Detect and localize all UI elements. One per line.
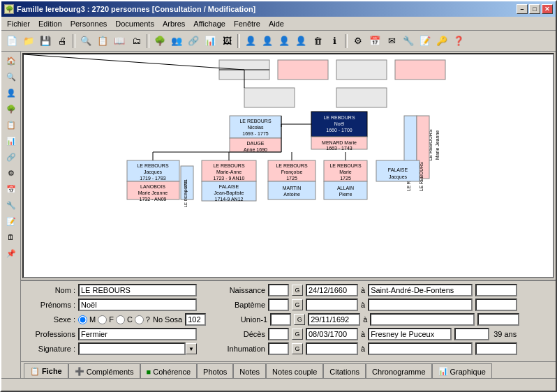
toolbar-extra3[interactable]: 🔑 xyxy=(434,33,450,49)
bapteme-g-btn[interactable]: G xyxy=(292,299,303,310)
sidebar-settings[interactable]: ⚙ xyxy=(3,165,19,181)
bapteme-a-label: à xyxy=(361,301,365,309)
menu-fenetre[interactable]: Fenêtre xyxy=(230,18,265,29)
toolbar-person4[interactable]: 👤 xyxy=(293,33,309,49)
app-icon: 🌳 xyxy=(4,4,14,14)
sidebar-home[interactable]: 🏠 xyxy=(3,53,19,68)
nom-input[interactable] xyxy=(78,284,197,296)
sexe-m-radio[interactable] xyxy=(78,315,87,324)
menu-fichier[interactable]: Fichier xyxy=(3,18,34,29)
signature-dropdown[interactable]: ▼ xyxy=(186,343,197,354)
sexe-q-radio[interactable] xyxy=(135,315,144,324)
professions-input[interactable] xyxy=(78,328,197,340)
deces-g-btn[interactable]: G xyxy=(292,329,303,340)
sidebar-tree[interactable]: 🌳 xyxy=(3,101,19,116)
inhumation-g-btn[interactable]: G xyxy=(292,343,303,354)
sexe-c-radio[interactable] xyxy=(116,315,125,324)
sidebar-chart[interactable]: 📊 xyxy=(3,133,19,149)
toolbar-save[interactable]: 💾 xyxy=(38,33,53,49)
naissance-lieu-input[interactable] xyxy=(368,284,473,296)
toolbar-help[interactable]: ❓ xyxy=(451,33,466,49)
svg-text:LANOBOIS: LANOBOIS xyxy=(140,184,165,189)
toolbar-new[interactable]: 📄 xyxy=(4,33,20,49)
maximize-button[interactable]: □ xyxy=(529,4,540,14)
minimize-button[interactable]: – xyxy=(517,4,528,14)
bapteme-lieu-input[interactable] xyxy=(368,299,473,311)
toolbar-link[interactable]: 🔗 xyxy=(186,33,201,49)
toolbar-files[interactable]: 🗂 xyxy=(128,33,144,49)
pedigree-container[interactable]: LE REBOURS Nicolas 1693 - 1775 DAUGE Ann… xyxy=(24,54,553,277)
toolbar: 📄 📁 💾 🖨 🔍 📋 📖 🗂 🌳 👥 🔗 📊 🖼 👤 👤 👤 👤 🗑 ℹ ⚙ … xyxy=(1,31,556,52)
prenoms-input[interactable] xyxy=(78,299,197,311)
tab-fiche[interactable]: 📋 Fiche xyxy=(24,363,68,378)
toolbar-image[interactable]: 🖼 xyxy=(219,33,235,49)
signature-input[interactable] xyxy=(78,342,186,355)
toolbar-email[interactable]: ✉ xyxy=(384,33,399,49)
menu-arbres[interactable]: Arbres xyxy=(158,18,189,29)
toolbar-person2[interactable]: 👤 xyxy=(260,33,275,49)
tab-coherence[interactable]: ■ Cohérence xyxy=(140,363,197,378)
sidebar-tools[interactable]: 🔧 xyxy=(3,197,19,213)
menu-affichage[interactable]: Affichage xyxy=(189,18,230,29)
sexe-f-radio[interactable] xyxy=(98,315,107,324)
tab-notes[interactable]: Notes xyxy=(233,363,266,378)
inhumation-date-input[interactable] xyxy=(306,342,358,355)
menu-edition[interactable]: Edition xyxy=(34,18,66,29)
svg-rect-65 xyxy=(324,181,367,199)
deces-lieu-input[interactable] xyxy=(368,328,452,340)
toolbar-book[interactable]: 📖 xyxy=(112,33,127,49)
sidebar-notes[interactable]: 📝 xyxy=(3,213,19,229)
tab-notes-couple[interactable]: Notes couple xyxy=(266,363,323,378)
tab-photos[interactable]: Photos xyxy=(197,363,233,378)
menu-aide[interactable]: Aide xyxy=(265,18,288,29)
svg-text:Antoine: Antoine xyxy=(283,192,300,197)
tab-chronogramme[interactable]: Chronogramme xyxy=(366,363,431,378)
toolbar-delete[interactable]: 🗑 xyxy=(310,33,325,49)
inhumation-lieu-input[interactable] xyxy=(368,342,473,355)
nososa-input[interactable] xyxy=(185,313,206,326)
bapteme-extra-input[interactable] xyxy=(475,299,517,311)
sidebar-search[interactable]: 🔍 xyxy=(3,69,19,84)
tab-citations[interactable]: Citations xyxy=(323,363,366,378)
signature-label: Signature : xyxy=(27,345,75,353)
sidebar-link[interactable]: 🔗 xyxy=(3,149,19,165)
toolbar-cal[interactable]: 📅 xyxy=(367,33,383,49)
toolbar-people[interactable]: 👥 xyxy=(169,33,184,49)
menu-bar: Fichier Edition Personnes Documents Arbr… xyxy=(1,17,556,31)
toolbar-chart[interactable]: 📊 xyxy=(202,33,218,49)
sidebar-date[interactable]: 🗓 xyxy=(3,229,19,245)
toolbar-person3[interactable]: 👤 xyxy=(276,33,292,49)
close-button[interactable]: ✕ xyxy=(542,4,553,14)
toolbar-print[interactable]: 🖨 xyxy=(54,33,70,49)
naissance-date-input[interactable] xyxy=(306,284,358,296)
toolbar-info[interactable]: ℹ xyxy=(327,33,342,49)
sidebar-person[interactable]: 👤 xyxy=(3,85,19,100)
toolbar-extra2[interactable]: 📝 xyxy=(417,33,433,49)
union1-g-btn[interactable]: G xyxy=(294,314,305,325)
naissance-extra-input[interactable] xyxy=(475,284,517,296)
inhumation-extra-input[interactable] xyxy=(475,342,517,355)
tab-graphique-label: Graphique xyxy=(450,368,486,376)
tab-graphique[interactable]: 📊 Graphique xyxy=(432,363,492,378)
sidebar-calendar[interactable]: 📅 xyxy=(3,181,19,197)
toolbar-clipboard[interactable]: 📋 xyxy=(95,33,110,49)
toolbar-extra[interactable]: 🔧 xyxy=(401,33,416,49)
menu-documents[interactable]: Documents xyxy=(111,18,158,29)
menu-personnes[interactable]: Personnes xyxy=(66,18,112,29)
naissance-g-btn[interactable]: G xyxy=(292,285,303,296)
tab-complements[interactable]: ➕ Compléments xyxy=(68,363,140,378)
toolbar-settings[interactable]: ⚙ xyxy=(350,33,366,49)
tree-area[interactable]: LE REBOURS Nicolas 1693 - 1775 DAUGE Ann… xyxy=(22,53,554,278)
union1-lieu-input[interactable] xyxy=(370,313,475,326)
bapteme-date-input[interactable] xyxy=(306,299,358,311)
sidebar-list[interactable]: 📋 xyxy=(3,117,19,133)
toolbar-open[interactable]: 📁 xyxy=(21,33,36,49)
sidebar-pin[interactable]: 📌 xyxy=(3,246,19,261)
toolbar-search[interactable]: 🔍 xyxy=(78,33,94,49)
deces-extra-input[interactable] xyxy=(454,328,489,340)
toolbar-persons[interactable]: 👤 xyxy=(243,33,258,49)
union1-extra-input[interactable] xyxy=(477,313,519,326)
deces-date-input[interactable] xyxy=(306,328,358,340)
toolbar-tree[interactable]: 🌳 xyxy=(152,33,168,49)
union1-date-input[interactable] xyxy=(308,313,360,326)
